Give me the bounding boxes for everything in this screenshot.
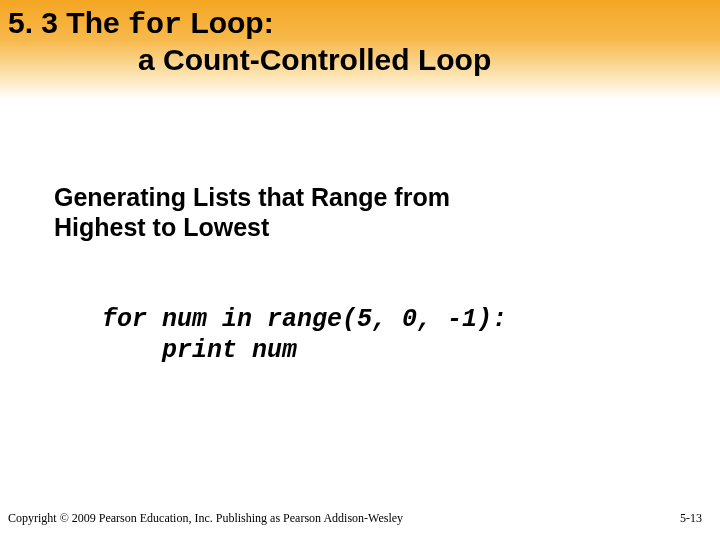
code-line2: print num xyxy=(102,336,297,365)
page-number: 5-13 xyxy=(680,511,702,526)
copyright-text: Copyright © 2009 Pearson Education, Inc.… xyxy=(8,511,403,526)
slide-title-line1: 5. 3 The for Loop: xyxy=(8,6,712,43)
subtitle-line2: Highest to Lowest xyxy=(54,212,666,242)
subtitle-line1: Generating Lists that Range from xyxy=(54,182,666,212)
title-band: 5. 3 The for Loop: a Count-Controlled Lo… xyxy=(0,0,720,100)
slide-subtitle: Generating Lists that Range from Highest… xyxy=(54,182,666,242)
code-line1: for num in range(5, 0, -1): xyxy=(102,305,507,334)
code-example: for num in range(5, 0, -1): print num xyxy=(54,304,666,367)
slide-content: Generating Lists that Range from Highest… xyxy=(0,100,720,367)
section-prefix: 5. 3 The xyxy=(8,6,128,39)
slide-title-line2: a Count-Controlled Loop xyxy=(8,43,712,78)
section-suffix: Loop: xyxy=(182,6,274,39)
for-keyword: for xyxy=(128,8,182,42)
